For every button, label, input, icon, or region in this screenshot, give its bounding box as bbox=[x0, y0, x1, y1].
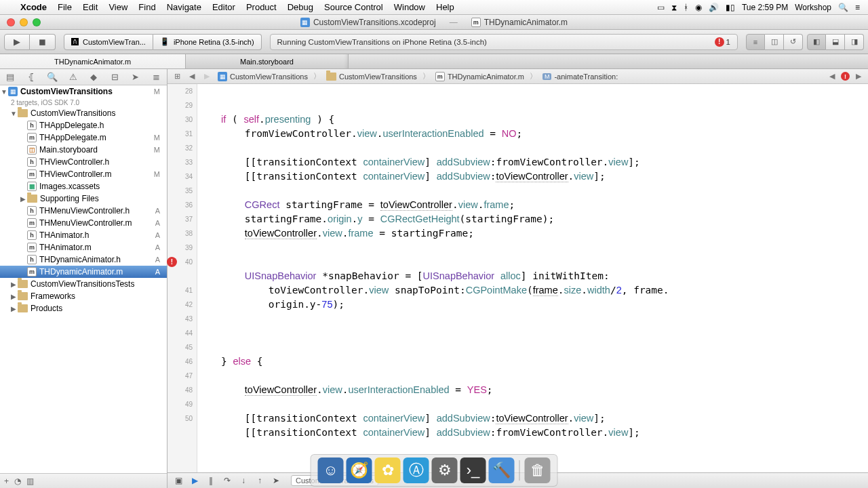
wifi-icon[interactable]: ◉ bbox=[695, 3, 702, 12]
tree-row[interactable]: hTHAnimator.hA bbox=[0, 229, 167, 241]
dock-trash[interactable]: 🗑 bbox=[525, 458, 551, 483]
menu-edit[interactable]: Edit bbox=[77, 2, 103, 12]
clock[interactable]: Tue 2:59 PM bbox=[742, 3, 788, 12]
symbol-navigator-icon[interactable]: ⦃ bbox=[23, 72, 39, 82]
spotlight-icon[interactable]: 🔍 bbox=[838, 3, 848, 12]
tree-row[interactable]: ◫Main.storyboardM bbox=[0, 144, 167, 156]
menu-navigate[interactable]: Navigate bbox=[161, 2, 207, 12]
related-items-button[interactable]: ⊞ bbox=[170, 72, 184, 81]
menu-window[interactable]: Window bbox=[389, 2, 431, 12]
scheme-selector[interactable]: 🅰CustomViewTran... bbox=[64, 34, 153, 50]
issue-navigator-icon[interactable]: ⚠ bbox=[65, 72, 81, 82]
assistant-editor-button[interactable]: ◫ bbox=[765, 34, 784, 50]
log-navigator-icon[interactable]: ≣ bbox=[149, 72, 165, 82]
prev-issue-button[interactable]: ◀ bbox=[825, 72, 839, 81]
tree-row[interactable]: ▼CustomViewTransitions bbox=[0, 107, 167, 119]
project-navigator-icon[interactable]: ▤ bbox=[2, 72, 18, 82]
tree-row[interactable]: hTHDynamicAnimator.hA bbox=[0, 253, 167, 266]
panel-visibility-selector[interactable]: ◧ ⬓ ◨ bbox=[807, 34, 864, 50]
step-into-button[interactable]: ↓ bbox=[238, 476, 249, 485]
back-button[interactable]: ◀ bbox=[185, 72, 199, 81]
standard-editor-button[interactable]: ≡ bbox=[746, 34, 765, 50]
menu-view[interactable]: View bbox=[103, 2, 133, 12]
minimize-window-button[interactable] bbox=[20, 18, 28, 26]
line-number-gutter[interactable]: 28293031323334353637383940!4142434445464… bbox=[167, 84, 197, 472]
tree-row[interactable]: ▶CustomViewTransitionsTests bbox=[0, 278, 167, 290]
dock-appstore[interactable]: Ⓐ bbox=[403, 458, 429, 483]
tab-dynamic-animator[interactable]: THDynamicAnimator.m bbox=[0, 54, 186, 68]
tree-row[interactable]: hTHAppDelegate.h bbox=[0, 119, 167, 131]
volume-icon[interactable]: 🔊 bbox=[709, 3, 719, 12]
dock-finder[interactable]: ☺ bbox=[318, 458, 344, 483]
location-button[interactable]: ➤ bbox=[271, 476, 281, 485]
toggle-navigator-button[interactable]: ◧ bbox=[807, 34, 826, 50]
filter-scm-icon[interactable]: ▥ bbox=[26, 476, 34, 486]
activity-viewer[interactable]: Running CustomViewTransitions on iPhone … bbox=[270, 34, 738, 50]
next-issue-button[interactable]: ▶ bbox=[852, 72, 865, 81]
menu-source-control[interactable]: Source Control bbox=[319, 2, 389, 12]
menu-file[interactable]: File bbox=[52, 2, 77, 12]
filter-recent-icon[interactable]: ◔ bbox=[14, 476, 21, 486]
project-navigator-tree[interactable]: ▼ ▦ CustomViewTransitions M 2 targets, i… bbox=[0, 85, 167, 473]
toggle-debug-area-button[interactable]: ⬓ bbox=[826, 34, 845, 50]
version-editor-button[interactable]: ↺ bbox=[784, 34, 803, 50]
dock-safari[interactable]: 🧭 bbox=[347, 458, 372, 483]
source-editor[interactable]: 28293031323334353637383940!4142434445464… bbox=[167, 84, 868, 472]
dock-xcode[interactable]: 🔨 bbox=[489, 458, 515, 483]
jump-symbol[interactable]: M-animateTransition: bbox=[538, 73, 622, 81]
destination-selector[interactable]: 📱iPhone Retina (3.5-inch) bbox=[153, 34, 262, 50]
notification-center-icon[interactable]: ≡ bbox=[855, 3, 860, 12]
tree-row[interactable]: mTHDynamicAnimator.mA bbox=[0, 266, 167, 278]
bluetooth-icon[interactable]: ᚼ bbox=[684, 3, 688, 12]
gutter-error-icon[interactable]: ! bbox=[167, 257, 177, 267]
find-navigator-icon[interactable]: 🔍 bbox=[44, 72, 60, 82]
user-name[interactable]: Workshop bbox=[795, 3, 831, 12]
tree-row[interactable]: ▦Images.xcassets bbox=[0, 180, 167, 192]
dock-notes[interactable]: ✿ bbox=[375, 458, 401, 483]
tree-row[interactable]: mTHViewController.mM bbox=[0, 168, 167, 180]
tree-item-label: THDynamicAnimator.h bbox=[39, 255, 121, 264]
dock-terminal[interactable]: ›_ bbox=[460, 458, 486, 483]
tree-row[interactable]: hTHMenuViewController.hA bbox=[0, 205, 167, 217]
dock-settings[interactable]: ⚙ bbox=[432, 458, 458, 483]
tab-storyboard[interactable]: Main.storyboard bbox=[186, 54, 349, 68]
jump-file[interactable]: mTHDynamicAnimator.m bbox=[431, 72, 528, 81]
breakpoint-navigator-icon[interactable]: ➤ bbox=[127, 72, 144, 82]
stop-button[interactable]: ◼ bbox=[30, 34, 56, 50]
tree-row[interactable]: mTHMenuViewController.mA bbox=[0, 217, 167, 229]
tree-row[interactable]: mTHAppDelegate.mM bbox=[0, 131, 167, 144]
airplay-icon[interactable]: ▭ bbox=[657, 3, 665, 12]
pause-button[interactable]: ‖ bbox=[205, 476, 216, 485]
battery-icon[interactable]: ▮▯ bbox=[726, 3, 735, 12]
step-over-button[interactable]: ↷ bbox=[222, 476, 233, 485]
close-window-button[interactable] bbox=[7, 18, 15, 26]
forward-button[interactable]: ▶ bbox=[200, 72, 214, 81]
add-button[interactable]: + bbox=[4, 476, 9, 486]
menu-find[interactable]: Find bbox=[133, 2, 161, 12]
run-button[interactable]: ▶ bbox=[4, 34, 30, 50]
app-menu[interactable]: Xcode bbox=[15, 2, 52, 12]
clocks-icon[interactable]: ⧗ bbox=[671, 3, 677, 12]
issue-indicator-icon[interactable]: ! bbox=[841, 72, 850, 81]
zoom-window-button[interactable] bbox=[33, 18, 41, 26]
editor-mode-selector[interactable]: ≡ ◫ ↺ bbox=[746, 34, 803, 50]
debug-navigator-icon[interactable]: ⊟ bbox=[106, 72, 123, 82]
tree-row[interactable]: hTHViewController.h bbox=[0, 156, 167, 168]
continue-button[interactable]: ▶ bbox=[189, 476, 200, 485]
tree-row[interactable]: ▶Frameworks bbox=[0, 290, 167, 302]
menu-product[interactable]: Product bbox=[241, 2, 282, 12]
tree-row[interactable]: mTHAnimator.mA bbox=[0, 241, 167, 253]
menu-debug[interactable]: Debug bbox=[282, 2, 319, 12]
tree-row[interactable]: ▶Supporting Files bbox=[0, 192, 167, 205]
jump-project[interactable]: ▦CustomViewTransitions bbox=[214, 72, 312, 81]
code-content[interactable]: if ( self.presenting ) { fromViewControl… bbox=[197, 84, 868, 472]
menu-editor[interactable]: Editor bbox=[207, 2, 241, 12]
jump-group[interactable]: CustomViewTransitions bbox=[322, 73, 421, 81]
step-out-button[interactable]: ↑ bbox=[254, 476, 265, 485]
test-navigator-icon[interactable]: ◆ bbox=[85, 72, 102, 82]
toggle-utilities-button[interactable]: ◨ bbox=[845, 34, 864, 50]
toggle-debug-area-icon[interactable]: ▣ bbox=[173, 476, 184, 485]
tree-row[interactable]: ▶Products bbox=[0, 302, 167, 314]
menu-help[interactable]: Help bbox=[431, 2, 460, 12]
tree-project-root[interactable]: ▼ ▦ CustomViewTransitions M bbox=[0, 85, 167, 98]
